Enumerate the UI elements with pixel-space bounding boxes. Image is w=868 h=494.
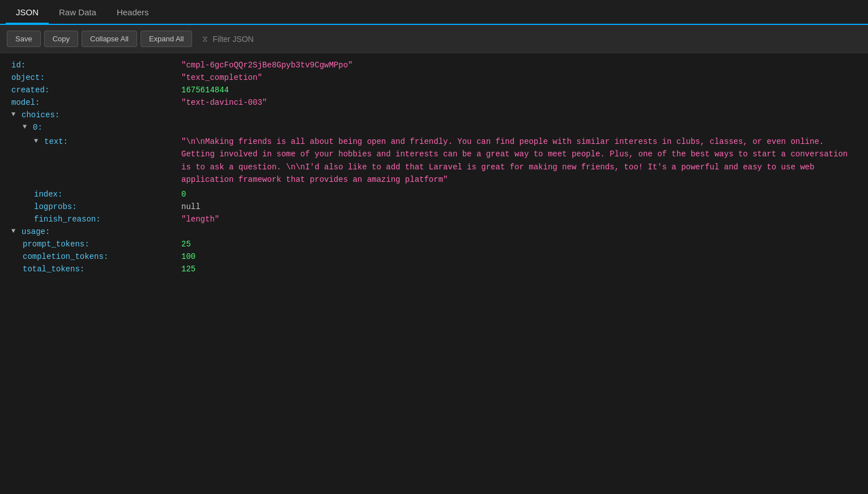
json-key-choices: choices: [0, 110, 181, 120]
json-row-model: model: "text-davinci-003" [0, 96, 868, 109]
json-row-usage: usage: [0, 225, 868, 238]
tab-json[interactable]: JSON [6, 2, 49, 24]
json-row-logprobs: logprobs: null [0, 201, 868, 213]
json-row-created: created: 1675614844 [0, 84, 868, 96]
json-val-text: "\n\nMaking friends is all about being o… [181, 135, 868, 186]
json-key-choice-0: 0: [0, 123, 181, 132]
json-val-id: "cmpl-6gcFoQQr2SjBe8Gpyb3tv9CgwMPpo" [181, 61, 868, 70]
json-val-logprobs: null [181, 202, 868, 211]
json-row-prompt-tokens: prompt_tokens: 25 [0, 238, 868, 250]
tab-headers[interactable]: Headers [107, 2, 159, 23]
json-key-completion-tokens: completion_tokens: [0, 252, 181, 261]
json-key-logprobs: logprobs: [0, 202, 181, 211]
json-val-completion-tokens: 100 [181, 252, 868, 261]
json-val-created: 1675614844 [181, 86, 868, 95]
json-val-finish-reason: "length" [181, 215, 868, 224]
tab-raw-data[interactable]: Raw Data [49, 2, 107, 23]
json-row-finish-reason: finish_reason: "length" [0, 213, 868, 225]
text-arrow[interactable] [34, 137, 41, 145]
save-button[interactable]: Save [7, 31, 41, 47]
choices-arrow[interactable] [11, 110, 18, 118]
usage-arrow[interactable] [11, 227, 18, 235]
json-row-total-tokens: total_tokens: 125 [0, 263, 868, 275]
expand-all-button[interactable]: Expand All [141, 31, 192, 47]
json-key-created: created: [0, 86, 181, 95]
collapse-all-button[interactable]: Collapse All [82, 31, 137, 47]
json-key-id: id: [0, 61, 181, 70]
json-key-index: index: [0, 190, 181, 199]
json-val-prompt-tokens: 25 [181, 240, 868, 249]
json-val-model: "text-davinci-003" [181, 98, 868, 107]
tab-bar: JSON Raw Data Headers [0, 0, 868, 25]
filter-box[interactable]: ⧖ Filter JSON [195, 31, 260, 47]
json-val-index: 0 [181, 190, 868, 199]
json-row-choices: choices: [0, 109, 868, 121]
json-key-finish-reason: finish_reason: [0, 215, 181, 224]
json-row-completion-tokens: completion_tokens: 100 [0, 250, 868, 263]
json-row-index: index: 0 [0, 188, 868, 201]
json-row-id: id: "cmpl-6gcFoQQr2SjBe8Gpyb3tv9CgwMPpo" [0, 59, 868, 71]
json-key-model: model: [0, 98, 181, 107]
choice-0-arrow[interactable] [23, 123, 29, 131]
json-key-prompt-tokens: prompt_tokens: [0, 240, 181, 249]
filter-label: Filter JSON [212, 35, 253, 44]
json-row-object: object: "text_completion" [0, 71, 868, 84]
json-val-total-tokens: 125 [181, 265, 868, 274]
json-row-choice-0: 0: [0, 121, 868, 134]
json-key-object: object: [0, 73, 181, 82]
copy-button[interactable]: Copy [44, 31, 78, 47]
toolbar: Save Copy Collapse All Expand All ⧖ Filt… [0, 25, 868, 53]
filter-icon: ⧖ [202, 34, 208, 44]
json-key-text: text: [0, 135, 181, 146]
json-val-object: "text_completion" [181, 73, 868, 82]
json-key-total-tokens: total_tokens: [0, 265, 181, 274]
json-key-usage: usage: [0, 227, 181, 236]
json-row-text: text: "\n\nMaking friends is all about b… [0, 134, 868, 188]
json-viewer: id: "cmpl-6gcFoQQr2SjBe8Gpyb3tv9CgwMPpo"… [0, 53, 868, 494]
